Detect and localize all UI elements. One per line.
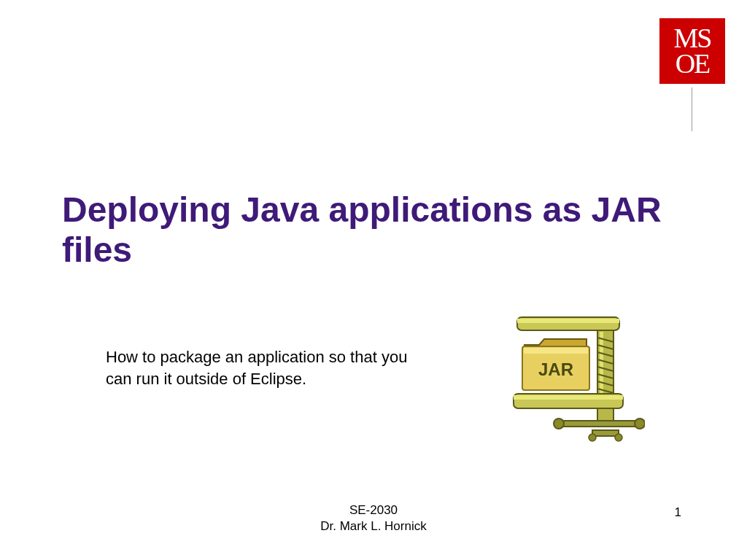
svg-rect-13 [524,348,588,354]
slide-title: Deploying Java applications as JAR files [62,190,703,270]
footer-center: SE-2030 Dr. Mark L. Hornick [320,502,426,534]
logo-text-line1: MS [674,26,711,51]
footer-course: SE-2030 [320,502,426,518]
svg-point-19 [635,419,645,429]
jar-vise-icon: JAR [484,310,645,448]
logo-divider [692,88,692,131]
logo-container: MS OE [659,18,725,84]
logo-text-line2: OE [676,51,710,77]
svg-rect-15 [514,395,623,400]
svg-point-21 [589,434,596,441]
svg-rect-17 [557,421,641,427]
footer-page-number: 1 [675,505,681,520]
svg-point-22 [615,434,622,441]
jar-folder-label: JAR [538,359,573,379]
footer-author: Dr. Mark L. Hornick [320,518,426,534]
svg-rect-20 [592,430,619,436]
svg-point-18 [554,419,564,429]
slide-subtitle: How to package an application so that yo… [106,346,412,389]
slide-footer: SE-2030 Dr. Mark L. Hornick [0,502,747,534]
svg-rect-1 [517,319,619,323]
msoe-logo: MS OE [659,18,725,84]
